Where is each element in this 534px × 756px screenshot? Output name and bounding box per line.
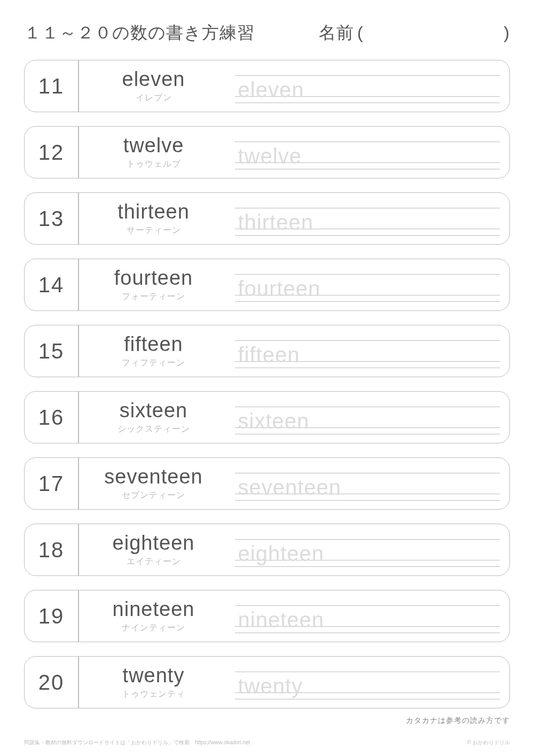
practice-row: 16 sixteen シックスティーン sixteen	[24, 391, 510, 443]
word-english: fourteen	[114, 268, 193, 288]
writing-cell[interactable]: sixteen	[229, 392, 510, 443]
word-katakana: トゥウェンティ	[122, 689, 185, 700]
writing-line: sixteen	[235, 407, 500, 428]
writing-line: fourteen	[235, 274, 500, 295]
word-english: thirteen	[117, 201, 190, 222]
number-cell: 19	[25, 590, 78, 642]
practice-row: 11 eleven イレブン eleven	[24, 60, 510, 112]
practice-row: 14 fourteen フォーティーン fourteen	[24, 259, 510, 311]
word-katakana: フィフティーン	[122, 357, 185, 369]
trace-word: seventeen	[238, 477, 342, 498]
footer-source: 問題集・教材の無料ダウンロードサイトは「おかわりドリル」で検索 https://…	[24, 739, 250, 746]
trace-word: fourteen	[238, 278, 321, 299]
word-katakana: サーティーン	[127, 225, 181, 236]
practice-rows: 11 eleven イレブン eleven 12 twelve トゥウェルブ t…	[24, 60, 510, 708]
trace-word: twelve	[238, 145, 302, 167]
writing-line: eleven	[235, 75, 500, 97]
number-cell: 16	[25, 392, 78, 443]
word-katakana: シックスティーン	[117, 424, 190, 435]
writing-line: seventeen	[235, 473, 500, 494]
trace-word: thirteen	[238, 212, 313, 233]
word-katakana: ナインティーン	[122, 622, 185, 634]
word-english: fifteen	[124, 334, 183, 354]
word-katakana: フォーティーン	[122, 291, 185, 302]
word-english: twenty	[123, 665, 185, 685]
word-cell: sixteen シックスティーン	[79, 392, 229, 443]
word-cell: nineteen ナインティーン	[79, 590, 229, 642]
name-label: 名前	[319, 21, 354, 45]
writing-cell[interactable]: eleven	[229, 60, 510, 112]
trace-word: eleven	[238, 79, 304, 100]
practice-row: 20 twenty トゥウェンティ twenty	[24, 656, 510, 708]
writing-line: nineteen	[235, 605, 500, 627]
word-english: twelve	[123, 135, 184, 155]
number-cell: 17	[25, 458, 78, 509]
katakana-footnote: カタカナは参考の読み方です	[24, 716, 510, 726]
word-cell: eighteen エイティーン	[79, 524, 229, 575]
writing-cell[interactable]: nineteen	[229, 590, 510, 642]
name-open-paren: (	[357, 23, 364, 43]
writing-cell[interactable]: eighteen	[229, 524, 510, 575]
word-katakana: セブンティーン	[122, 490, 185, 501]
footer-copyright: © おかわりドリル	[467, 739, 510, 746]
word-cell: twenty トゥウェンティ	[79, 657, 229, 708]
trace-word: sixteen	[238, 410, 310, 432]
writing-line: fifteen	[235, 340, 500, 362]
trace-word: fifteen	[238, 344, 300, 365]
word-english: sixteen	[120, 400, 187, 420]
name-close-paren: )	[504, 23, 510, 43]
writing-line: eighteen	[235, 539, 500, 560]
practice-row: 12 twelve トゥウェルブ twelve	[24, 126, 510, 178]
writing-cell[interactable]: fourteen	[229, 259, 510, 310]
word-english: eleven	[122, 69, 185, 89]
practice-row: 18 eighteen エイティーン eighteen	[24, 524, 510, 576]
writing-cell[interactable]: twelve	[229, 127, 510, 178]
word-english: eighteen	[113, 533, 195, 553]
page-title: １１～２０の数の書き方練習	[24, 21, 255, 45]
word-cell: seventeen セブンティーン	[79, 458, 229, 509]
number-cell: 20	[25, 657, 78, 708]
number-cell: 11	[25, 60, 78, 112]
word-katakana: イレブン	[136, 92, 172, 104]
practice-row: 19 nineteen ナインティーン nineteen	[24, 590, 510, 642]
writing-line: thirteen	[235, 208, 500, 229]
number-cell: 12	[25, 127, 78, 178]
number-cell: 14	[25, 259, 78, 310]
page-footer: 問題集・教材の無料ダウンロードサイトは「おかわりドリル」で検索 https://…	[24, 739, 510, 746]
writing-line: twelve	[235, 142, 500, 163]
writing-line: twenty	[235, 672, 500, 693]
word-english: seventeen	[104, 466, 202, 487]
number-cell: 18	[25, 524, 78, 575]
practice-row: 17 seventeen セブンティーン seventeen	[24, 457, 510, 510]
word-cell: fourteen フォーティーン	[79, 259, 229, 310]
worksheet-header: １１～２０の数の書き方練習 名前 ( )	[24, 21, 510, 45]
trace-word: eighteen	[238, 543, 324, 564]
word-katakana: トゥウェルブ	[127, 159, 181, 170]
trace-word: twenty	[238, 675, 303, 697]
word-cell: eleven イレブン	[79, 60, 229, 112]
trace-word: nineteen	[238, 609, 324, 630]
word-cell: thirteen サーティーン	[79, 193, 229, 244]
word-cell: twelve トゥウェルブ	[79, 127, 229, 178]
writing-cell[interactable]: thirteen	[229, 193, 510, 244]
writing-cell[interactable]: seventeen	[229, 458, 510, 509]
word-english: nineteen	[113, 599, 195, 619]
word-cell: fifteen フィフティーン	[79, 325, 229, 377]
word-katakana: エイティーン	[127, 556, 181, 567]
writing-cell[interactable]: fifteen	[229, 325, 510, 377]
number-cell: 13	[25, 193, 78, 244]
writing-cell[interactable]: twenty	[229, 657, 510, 708]
number-cell: 15	[25, 325, 78, 377]
practice-row: 15 fifteen フィフティーン fifteen	[24, 325, 510, 377]
practice-row: 13 thirteen サーティーン thirteen	[24, 192, 510, 245]
